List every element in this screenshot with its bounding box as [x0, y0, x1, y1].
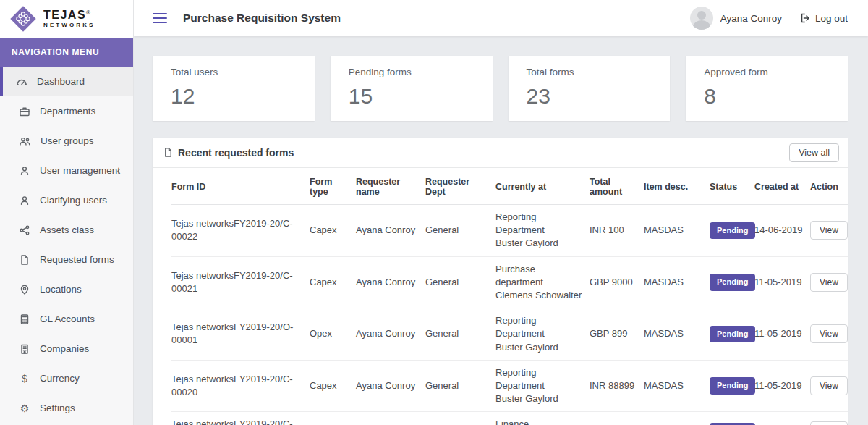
created-at-cell: 14-06-2019 — [754, 205, 810, 257]
sidebar-item-user-management[interactable]: User management ‹ — [0, 156, 133, 185]
requester-dept-cell: General — [425, 256, 495, 308]
sidebar-item-locations[interactable]: Locations — [0, 274, 133, 304]
user-avatar[interactable] — [690, 7, 713, 30]
location-pin-icon — [19, 284, 30, 295]
dollar-icon: $ — [19, 373, 30, 384]
view-button[interactable]: View — [810, 324, 848, 343]
requester-name-cell: Ayana Conroy — [356, 360, 425, 412]
main-content: Total users 12 Pending forms 15 Total fo… — [134, 36, 868, 425]
header-right: Ayana Conroy Log out — [690, 7, 848, 30]
created-at-cell: 11-05-2019 — [754, 360, 810, 412]
table-title: Recent requested forms — [163, 147, 294, 159]
sidebar-item-label: GL Accounts — [40, 314, 95, 324]
table-header-row: Form ID Form type Requester name Request… — [171, 168, 848, 205]
building-icon — [19, 343, 30, 355]
view-all-button[interactable]: View all — [789, 143, 839, 162]
sidebar-item-label: Settings — [40, 403, 75, 413]
form-type-cell: Opex — [310, 308, 356, 361]
stat-card-pending-forms: Pending forms 15 — [331, 56, 493, 121]
form-type-cell: Capex — [310, 412, 356, 425]
user-group-icon — [19, 135, 31, 147]
action-cell: View — [810, 412, 848, 425]
status-cell: Pending — [710, 205, 754, 257]
sidebar-item-gl-accounts[interactable]: GL Accounts — [0, 304, 133, 334]
requester-dept-cell: General — [425, 360, 495, 412]
form-id-cell: Tejas networksFY2019-20/C-00020 — [171, 360, 310, 412]
sidebar-item-label: User groups — [41, 135, 94, 146]
brand-logo[interactable]: TEJAS® NETWORKS — [0, 0, 133, 38]
stat-card-total-forms: Total forms 23 — [509, 56, 671, 121]
logout-label: Log out — [815, 13, 848, 24]
view-button[interactable]: View — [810, 376, 848, 395]
item-desc-cell: MASDAS — [644, 308, 710, 361]
sidebar-item-label: Assets class — [40, 224, 94, 235]
table-row: Tejas networksFY2019-20/C-00021 Capex Ay… — [171, 256, 848, 308]
sidebar-item-label: Requested forms — [40, 254, 114, 265]
chevron-left-icon[interactable]: ‹ — [117, 165, 120, 176]
sidebar-item-currency[interactable]: $ Currency — [0, 363, 133, 393]
sidebar-item-label: User management — [40, 165, 120, 176]
view-button[interactable]: View — [810, 421, 848, 425]
item-desc-cell: MASDAS — [644, 256, 710, 308]
top-header: Purchase Requisition System Ayana Conroy… — [134, 0, 868, 36]
col-currently-at: Currently at — [495, 168, 590, 205]
sidebar-item-assets-class[interactable]: Assets class — [0, 215, 133, 245]
status-badge: Pending — [710, 326, 755, 342]
status-cell: Pending — [710, 308, 754, 361]
tejas-diamond-logo-icon — [9, 4, 38, 33]
requester-dept-cell: General — [425, 205, 495, 257]
item-desc-cell: MASDAS — [644, 205, 710, 257]
stat-label: Approved form — [704, 67, 830, 77]
stat-value: 12 — [171, 84, 297, 109]
requester-name-cell: Ayana Conroy — [356, 412, 425, 425]
stat-card-approved-forms: Approved form 8 — [686, 56, 848, 121]
form-id-cell: Tejas networksFY2019-20/C-00019 — [171, 412, 310, 425]
sidebar-item-user-groups[interactable]: User groups — [0, 126, 133, 156]
total-amount-cell: INR 100 — [590, 205, 644, 257]
view-button[interactable]: View — [810, 273, 848, 292]
stat-label: Total forms — [527, 67, 652, 77]
hamburger-menu-icon[interactable] — [153, 10, 167, 26]
stat-label: Total users — [171, 67, 297, 77]
sidebar-item-label: Currency — [40, 373, 80, 384]
table-row: Tejas networksFY2019-20/C-00020 Capex Ay… — [171, 360, 848, 412]
logout-button[interactable]: Log out — [799, 12, 848, 24]
user-icon — [19, 195, 30, 206]
status-badge: Pending — [710, 377, 755, 394]
col-action: Action — [810, 168, 848, 205]
action-cell: View — [810, 360, 848, 412]
stat-card-total-users: Total users 12 — [153, 56, 315, 121]
currently-at-cell: Reporting DepartmentBuster Gaylord — [495, 360, 590, 412]
stats-row: Total users 12 Pending forms 15 Total fo… — [153, 56, 848, 121]
table-row: Tejas networksFY2019-20/O-00001 Opex Aya… — [171, 308, 848, 361]
sidebar-item-dashboard[interactable]: Dashboard — [0, 67, 133, 96]
file-icon — [163, 147, 174, 158]
sidebar-item-companies[interactable]: Companies — [0, 334, 133, 363]
navigation-menu-header: NAVIGATION MENU — [0, 38, 133, 67]
sidebar-nav: Dashboard Departments User groups User m… — [0, 67, 133, 423]
table-row: Tejas networksFY2019-20/C-00019 Capex Ay… — [171, 412, 848, 425]
user-name[interactable]: Ayana Conroy — [720, 13, 782, 24]
sidebar-item-settings[interactable]: ⚙ Settings — [0, 393, 133, 423]
view-button[interactable]: View — [810, 221, 848, 240]
form-id-cell: Tejas networksFY2019-20/C-00021 — [171, 256, 310, 308]
share-nodes-icon — [19, 224, 30, 236]
created-at-cell: 11-05-2019 — [754, 308, 810, 361]
file-icon — [19, 254, 30, 266]
sidebar-item-label: Locations — [40, 284, 82, 295]
stat-value: 15 — [349, 84, 475, 109]
sidebar-item-clarifying-users[interactable]: Clarifying users — [0, 185, 133, 215]
gears-icon: ⚙ — [19, 403, 30, 414]
col-total-amount: Total amount — [590, 168, 644, 205]
brand-subname: NETWORKS — [43, 22, 95, 28]
registered-mark: ® — [86, 9, 90, 16]
sidebar-item-requested-forms[interactable]: Requested forms — [0, 245, 133, 274]
sidebar-item-label: Companies — [40, 343, 89, 354]
status-cell: Pending — [710, 412, 754, 425]
table-title-label: Recent requested forms — [178, 147, 294, 159]
item-desc-cell: MASDAS — [644, 360, 710, 412]
logout-icon — [799, 12, 811, 24]
user-icon — [19, 165, 30, 177]
sidebar-item-departments[interactable]: Departments — [0, 96, 133, 126]
stat-label: Pending forms — [349, 67, 475, 77]
